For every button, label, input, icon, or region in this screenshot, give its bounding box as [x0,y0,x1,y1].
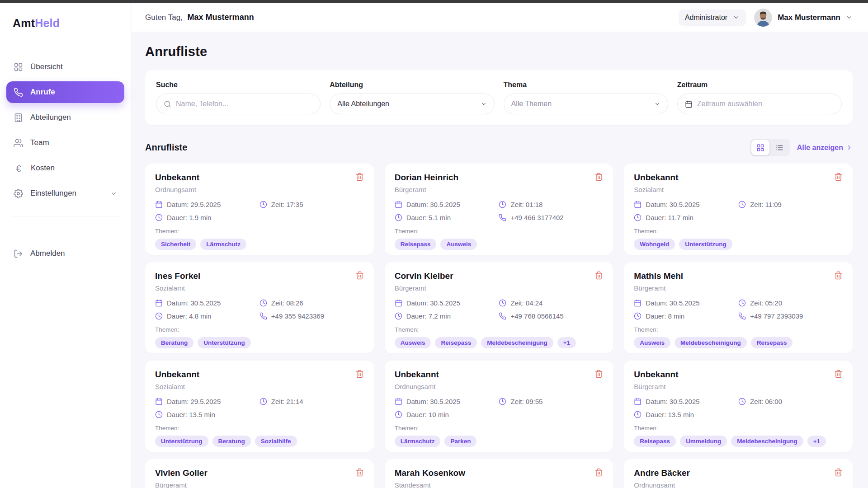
delete-call-button[interactable] [594,173,603,181]
phone-icon [14,88,23,97]
call-card[interactable]: Mathis Mehl Bürgeramt Datum: 30.5.2025 Z… [624,262,853,353]
date-value: Datum: 30.5.2025 [646,201,699,208]
call-details: Datum: 30.5.2025 Zeit: 05:20 Dauer: 8 mi… [634,299,843,320]
delete-call-button[interactable] [355,271,364,280]
delete-call-button[interactable] [594,370,603,378]
time-detail: Zeit: 11:09 [738,201,843,208]
chevron-down-icon [733,14,740,21]
topic-tag: Beratung [212,436,251,447]
search-label: Suche [156,81,321,89]
topics-label: Themen: [155,326,364,333]
topics-label: Themen: [634,228,843,235]
caller-name: Unbekannt [155,370,364,380]
call-card[interactable]: Corvin Kleiber Bürgeramt Datum: 30.5.202… [385,262,613,353]
caller-department: Bürgeramt [634,383,843,390]
delete-call-button[interactable] [594,271,603,280]
gear-icon [14,189,23,198]
topic-tag: Unterstützung [198,337,251,348]
user-menu[interactable]: Max Mustermann [754,9,853,27]
grid-view-icon [756,144,764,152]
call-card[interactable]: Vivien Goller Bürgeramt [145,459,374,488]
time-detail: Zeit: 05:20 [738,299,843,307]
phone-icon [259,312,267,320]
caller-department: Sozialamt [155,284,364,292]
grid-view-button[interactable] [751,140,769,155]
caller-name: Marah Kosenkow [395,468,604,478]
logout-button[interactable]: Abmelden [6,243,124,264]
topic-tag: Unterstützung [679,239,732,250]
call-card[interactable]: Unbekannt Sozialamt Datum: 29.5.2025 Zei… [145,361,374,452]
trash-icon [834,370,843,378]
call-card[interactable]: Unbekannt Ordnungsamt Datum: 30.5.2025 Z… [385,361,613,452]
date-detail: Datum: 30.5.2025 [155,299,259,307]
call-card[interactable]: Unbekannt Bürgeramt Datum: 30.5.2025 Zei… [624,361,853,452]
calendar-icon [634,299,642,307]
date-value: Datum: 30.5.2025 [406,398,460,405]
topic-tags: BeratungUnterstützung [155,337,364,348]
delete-call-button[interactable] [834,271,843,280]
topics-label: Themen: [155,425,364,432]
sidebar-item-label: Abteilungen [30,113,71,122]
call-card[interactable]: Unbekannt Sozialamt Datum: 30.5.2025 Zei… [624,164,853,255]
sidebar-item-kosten[interactable]: € Kosten [6,157,124,179]
sidebar-footer-nav: Abmelden [0,243,131,264]
show-all-link[interactable]: Alle anzeigen [797,144,853,152]
time-value: Zeit: 11:09 [750,201,782,208]
logo-primary: Amt [13,17,35,29]
duration-value: Dauer: 8 min [646,312,684,320]
clock-icon [738,201,746,208]
caller-name: Ines Forkel [155,271,364,281]
sidebar-item-abteilungen[interactable]: Abteilungen [6,107,124,128]
delete-call-button[interactable] [355,173,364,181]
date-value: Datum: 29.5.2025 [167,201,221,208]
greeting-prefix: Guten Tag, [145,13,183,22]
call-card[interactable]: Unbekannt Ordnungsamt Datum: 29.5.2025 Z… [145,164,374,255]
search-input[interactable] [176,100,313,108]
list-view-button[interactable] [770,140,788,155]
filter-topic: Thema Alle Themen [504,81,668,114]
topic-label: Thema [504,81,668,89]
duration-detail: Dauer: 11.7 min [634,214,738,221]
clock-icon [259,299,267,307]
sidebar-item-label: Übersicht [30,62,63,71]
call-details: Datum: 29.5.2025 Zeit: 17:35 Dauer: 1.9 … [155,201,364,221]
period-input[interactable] [697,100,834,108]
delete-call-button[interactable] [355,370,364,378]
clock-icon [738,299,746,307]
topic-tags: ReisepassAusweis [395,239,604,250]
duration-value: Dauer: 11.7 min [646,214,693,221]
sidebar-item-einstellungen[interactable]: Einstellungen [6,183,124,204]
logo-accent: Held [35,17,60,29]
date-detail: Datum: 30.5.2025 [395,398,499,405]
delete-call-button[interactable] [834,173,843,181]
topic-tags: LärmschutzParken [395,436,604,447]
calendar-icon [155,299,163,307]
department-select[interactable]: Alle Abteilungen [330,94,494,114]
delete-call-button[interactable] [834,370,843,378]
sidebar-item-uebersicht[interactable]: Übersicht [6,56,124,78]
topic-select[interactable]: Alle Themen [504,94,668,114]
call-card[interactable]: Dorian Heinrich Bürgeramt Datum: 30.5.20… [385,164,613,255]
sidebar-item-team[interactable]: Team [6,132,124,154]
filter-panel: Suche Abteilung Alle Abteilungen Thema A… [145,70,853,125]
call-card[interactable]: Andre Bäcker Ordnungsamt [624,459,853,488]
date-detail: Datum: 29.5.2025 [155,201,259,208]
delete-call-button[interactable] [355,468,364,477]
delete-call-button[interactable] [594,468,603,477]
sidebar-item-anrufe[interactable]: Anrufe [6,81,124,103]
period-picker[interactable] [677,94,842,114]
role-select[interactable]: Administrator [679,9,746,26]
topic-tag: Ausweis [440,239,477,250]
trash-icon [594,468,603,477]
topic-tag: Reisepass [751,337,793,348]
topic-tag: Sozialhilfe [255,436,297,447]
call-card[interactable]: Marah Kosenkow Standesamt [385,459,613,488]
phone-value: +49 768 0566145 [510,312,563,320]
call-card[interactable]: Ines Forkel Sozialamt Datum: 30.5.2025 Z… [145,262,374,353]
caller-department: Sozialamt [155,383,364,390]
topic-tag: Sicherheit [155,239,196,250]
delete-call-button[interactable] [834,468,843,477]
view-toggle [750,139,790,156]
period-label: Zeitraum [677,81,842,89]
topic-tag: Reisepass [634,436,676,447]
